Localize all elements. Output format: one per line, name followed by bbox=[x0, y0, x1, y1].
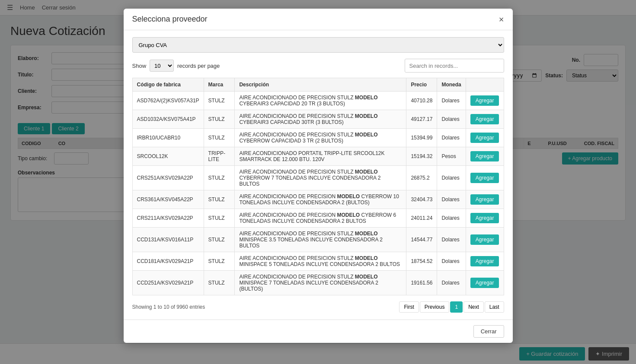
table-row: CCD251A/KSV029A21PSTULZAIRE ACONDICIONAD… bbox=[132, 271, 504, 295]
product-codigo: CCD181A/KSV029A21P bbox=[132, 252, 204, 271]
product-action-cell: Agregar bbox=[466, 147, 504, 166]
product-descripcion: AIRE ACONDICIONADO DE PRECISION STULZ MO… bbox=[235, 129, 406, 147]
agregar-button[interactable]: Agregar bbox=[470, 278, 499, 288]
product-codigo: CCD251A/KSV029A21P bbox=[132, 271, 204, 295]
product-marca: STULZ bbox=[204, 209, 235, 228]
product-action-cell: Agregar bbox=[466, 271, 504, 295]
product-action-cell: Agregar bbox=[466, 110, 504, 129]
product-moneda: Dolares bbox=[437, 129, 466, 147]
per-page-select[interactable]: 10 25 50 100 bbox=[150, 60, 174, 72]
agregar-button[interactable]: Agregar bbox=[470, 95, 499, 106]
product-marca: STULZ bbox=[204, 190, 235, 209]
product-precio: 15194.32 bbox=[406, 147, 437, 166]
product-precio: 49127.17 bbox=[406, 110, 437, 129]
modal-title: Selecciona proveedor bbox=[132, 15, 208, 24]
product-moneda: Dolares bbox=[437, 190, 466, 209]
cerrar-button[interactable]: Cerrar bbox=[473, 325, 504, 338]
table-row: CRS361A/KSV045A22PSTULZAIRE ACONDICIONAD… bbox=[132, 190, 504, 209]
product-codigo: ASD762A/(2)KSV057A31P bbox=[132, 92, 204, 110]
product-marca: TRIPP-LITE bbox=[204, 147, 235, 166]
showing-text: Showing 1 to 10 of 9960 entries bbox=[132, 304, 205, 310]
product-codigo: CRS251A/KSV029A22P bbox=[132, 166, 204, 190]
product-marca: STULZ bbox=[204, 228, 235, 252]
product-precio: 32404.73 bbox=[406, 190, 437, 209]
product-codigo: SRCOOL12K bbox=[132, 147, 204, 166]
pagination-previous-button[interactable]: Previous bbox=[420, 301, 450, 313]
product-action-cell: Agregar bbox=[466, 166, 504, 190]
modal-body: Grupo CVA Show 10 25 50 100 records per … bbox=[124, 30, 513, 320]
pagination-first-button[interactable]: First bbox=[399, 301, 419, 313]
product-descripcion: AIRE ACONDICIONADO DE PRECISION STULZ MO… bbox=[235, 166, 406, 190]
product-descripcion: AIRE ACONDICIONADO DE PRECISION STULZ MO… bbox=[235, 92, 406, 110]
agregar-button[interactable]: Agregar bbox=[470, 173, 499, 183]
product-moneda: Dolares bbox=[437, 166, 466, 190]
product-moneda: Dolares bbox=[437, 110, 466, 129]
modal-overlay: Selecciona proveedor × Grupo CVA Show 10… bbox=[0, 0, 636, 364]
modal-header: Selecciona proveedor × bbox=[124, 9, 513, 30]
col-header-action bbox=[466, 78, 504, 92]
product-codigo: CCD131A/KSV016A11P bbox=[132, 228, 204, 252]
product-codigo: CRS211A/KSV029A22P bbox=[132, 209, 204, 228]
agregar-button[interactable]: Agregar bbox=[470, 234, 499, 245]
agregar-button[interactable]: Agregar bbox=[470, 114, 499, 124]
pagination-last-button[interactable]: Last bbox=[485, 301, 504, 313]
table-row: CRS211A/KSV029A22PSTULZAIRE ACONDICIONAD… bbox=[132, 209, 504, 228]
pagination-row: Showing 1 to 10 of 9960 entries First Pr… bbox=[132, 301, 504, 313]
modal-footer: Cerrar bbox=[124, 320, 513, 343]
product-descripcion: AIRE ACONDICIONADO DE PRECISION STULZ MO… bbox=[235, 271, 406, 295]
show-label: Show bbox=[132, 63, 147, 69]
table-row: CCD181A/KSV029A21PSTULZAIRE ACONDICIONAD… bbox=[132, 252, 504, 271]
table-row: ASD762A/(2)KSV057A31PSTULZAIRE ACONDICIO… bbox=[132, 92, 504, 110]
product-moneda: Dolares bbox=[437, 92, 466, 110]
agregar-button[interactable]: Agregar bbox=[470, 151, 499, 161]
product-action-cell: Agregar bbox=[466, 129, 504, 147]
product-action-cell: Agregar bbox=[466, 252, 504, 271]
product-action-cell: Agregar bbox=[466, 228, 504, 252]
select-provider-modal: Selecciona proveedor × Grupo CVA Show 10… bbox=[124, 9, 513, 343]
product-precio: 24011.24 bbox=[406, 209, 437, 228]
product-precio: 18754.52 bbox=[406, 252, 437, 271]
agregar-button[interactable]: Agregar bbox=[470, 256, 499, 266]
product-moneda: Dolares bbox=[437, 252, 466, 271]
product-descripcion: AIRE ACONDICIONADO DE PRECISION MODELO C… bbox=[235, 209, 406, 228]
product-codigo: CRS361A/KSV045A22P bbox=[132, 190, 204, 209]
product-precio: 26875.2 bbox=[406, 166, 437, 190]
table-row: ASD1032A/KSV075A41PSTULZAIRE ACONDICIONA… bbox=[132, 110, 504, 129]
product-marca: STULZ bbox=[204, 92, 235, 110]
pagination-next-button[interactable]: Next bbox=[463, 301, 484, 313]
product-precio: 19161.56 bbox=[406, 271, 437, 295]
col-header-marca: Marca bbox=[204, 78, 235, 92]
product-marca: STULZ bbox=[204, 271, 235, 295]
search-input[interactable] bbox=[405, 59, 504, 73]
pagination-page-1-button[interactable]: 1 bbox=[450, 301, 463, 313]
products-table: Código de fabrica Marca Descripción Prec… bbox=[132, 78, 504, 295]
product-precio: 40710.28 bbox=[406, 92, 437, 110]
product-moneda: Dolares bbox=[437, 271, 466, 295]
product-action-cell: Agregar bbox=[466, 209, 504, 228]
pagination-controls: First Previous 1 Next Last bbox=[399, 301, 504, 313]
product-descripcion: AIRE ACONDICIONADO DE PRECISION MODELO C… bbox=[235, 190, 406, 209]
product-action-cell: Agregar bbox=[466, 92, 504, 110]
product-marca: STULZ bbox=[204, 166, 235, 190]
product-precio: 14544.77 bbox=[406, 228, 437, 252]
table-row: CRS251A/KSV029A22PSTULZAIRE ACONDICIONAD… bbox=[132, 166, 504, 190]
product-descripcion: AIRE ACONDICIONADO PORTATIL TRIPP-LITE S… bbox=[235, 147, 406, 166]
table-row: IRBR10/UCABR10STULZAIRE ACONDICIONADO DE… bbox=[132, 129, 504, 147]
agregar-button[interactable]: Agregar bbox=[470, 213, 499, 223]
product-marca: STULZ bbox=[204, 110, 235, 129]
modal-close-button[interactable]: × bbox=[499, 15, 504, 24]
agregar-button[interactable]: Agregar bbox=[470, 194, 499, 205]
col-header-desc: Descripción bbox=[235, 78, 406, 92]
table-row: SRCOOL12KTRIPP-LITEAIRE ACONDICIONADO PO… bbox=[132, 147, 504, 166]
product-descripcion: AIRE ACONDICIONADO DE PRESICION STULZ MO… bbox=[235, 252, 406, 271]
product-marca: STULZ bbox=[204, 129, 235, 147]
col-header-moneda: Moneda bbox=[437, 78, 466, 92]
product-descripcion: AIRE ACONDICIONADO DE PRECISION STULZ MO… bbox=[235, 110, 406, 129]
product-descripcion: AIRE ACONDICIONADO DE PRECISION STULZ MO… bbox=[235, 228, 406, 252]
product-codigo: IRBR10/UCABR10 bbox=[132, 129, 204, 147]
controls-row: Show 10 25 50 100 records per page bbox=[132, 59, 504, 73]
show-row: Show 10 25 50 100 records per page bbox=[132, 60, 220, 72]
provider-select[interactable]: Grupo CVA bbox=[132, 37, 504, 53]
agregar-button[interactable]: Agregar bbox=[470, 133, 499, 143]
per-page-suffix: records per page bbox=[177, 63, 220, 69]
